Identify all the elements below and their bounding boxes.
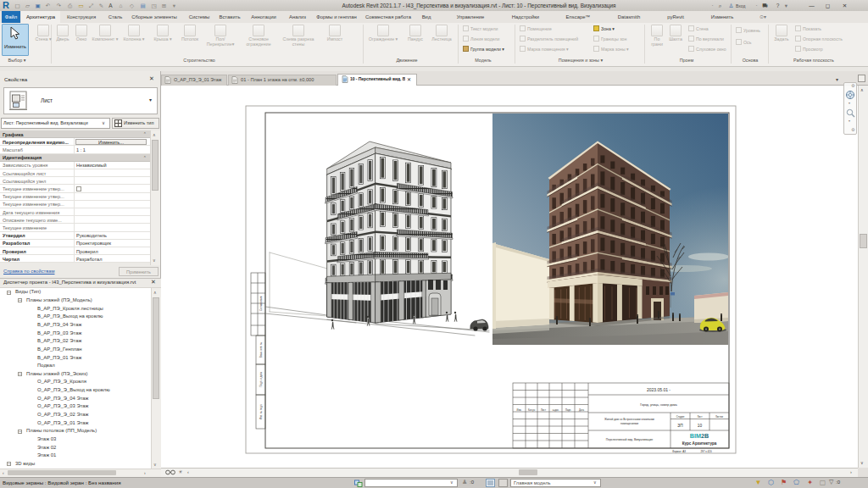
svg-text:Инв. № подл.: Инв. № подл. bbox=[259, 403, 263, 419]
svg-text:Листов: Листов bbox=[715, 415, 724, 419]
svg-text:10: 10 bbox=[698, 424, 703, 428]
svg-text:Изм.: Изм. bbox=[517, 408, 522, 412]
svg-text:Перспективный вид. Визуализаци: Перспективный вид. Визуализация bbox=[606, 438, 653, 441]
svg-text:Город, улица, номер дома: Город, улица, номер дома bbox=[640, 403, 677, 407]
svg-text:Лист: Лист bbox=[697, 415, 703, 419]
svg-text:Дата: Дата bbox=[579, 408, 584, 412]
svg-text:Подп. и дата: Подп. и дата bbox=[259, 372, 263, 387]
svg-text:297 х 420: 297 х 420 bbox=[700, 450, 712, 453]
svg-text:№док.: №док. bbox=[553, 409, 559, 412]
svg-text:Лист: Лист bbox=[541, 408, 547, 412]
svg-text:ЗП: ЗП bbox=[677, 424, 683, 428]
svg-text:помещениями: помещениями bbox=[620, 422, 638, 425]
svg-text:Кол.уч: Кол.уч bbox=[528, 408, 536, 412]
svg-text:Стадия: Стадия bbox=[676, 415, 685, 419]
svg-text:2023.05.01 -: 2023.05.01 - bbox=[647, 387, 670, 392]
svg-text:Взам. инв. №: Взам. инв. № bbox=[259, 341, 263, 358]
svg-text:Подп.: Подп. bbox=[565, 408, 571, 412]
svg-text:Согласовано: Согласовано bbox=[259, 296, 263, 311]
svg-text:Жилой дом со Встроенными нежил: Жилой дом со Встроенными нежилыми bbox=[604, 418, 654, 421]
svg-text:BIM2B: BIM2B bbox=[690, 432, 709, 440]
svg-text:Курс Архитектура: Курс Архитектура bbox=[682, 441, 717, 446]
svg-text:Формат: А3: Формат: А3 bbox=[672, 450, 686, 453]
